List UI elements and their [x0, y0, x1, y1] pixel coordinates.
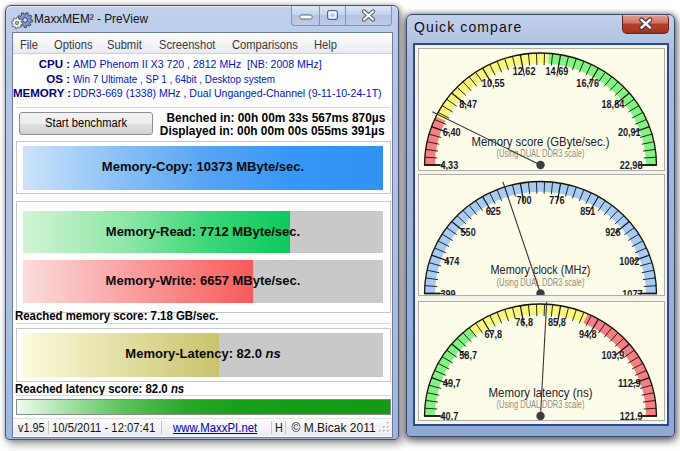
svg-text:Memory clock (MHz): Memory clock (MHz) [491, 262, 591, 277]
svg-text:12,62: 12,62 [513, 66, 536, 77]
svg-text:49,7: 49,7 [443, 378, 461, 389]
svg-text:20,91: 20,91 [618, 127, 641, 138]
svg-text:94,8: 94,8 [579, 328, 597, 339]
svg-text:18,84: 18,84 [601, 98, 624, 109]
svg-text:22,98: 22,98 [620, 160, 643, 171]
svg-text:4,33: 4,33 [441, 160, 459, 171]
svg-text:85,8: 85,8 [548, 317, 566, 328]
svg-text:14,69: 14,69 [546, 66, 569, 77]
svg-text:121,9: 121,9 [620, 411, 643, 421]
svg-text:1077: 1077 [622, 289, 643, 297]
svg-text:926: 926 [605, 227, 621, 238]
svg-text:(Using DUAL DDR3 scale): (Using DUAL DDR3 scale) [497, 277, 585, 288]
svg-text:550: 550 [461, 227, 477, 238]
svg-text:16,76: 16,76 [576, 77, 599, 88]
svg-text:700: 700 [517, 195, 533, 206]
svg-text:58,7: 58,7 [459, 349, 477, 360]
svg-text:40,7: 40,7 [441, 411, 459, 421]
svg-text:474: 474 [444, 256, 460, 267]
svg-text:112,9: 112,9 [618, 378, 641, 389]
svg-text:625: 625 [486, 206, 502, 217]
svg-text:851: 851 [580, 206, 596, 217]
svg-text:1002: 1002 [619, 256, 640, 267]
svg-text:67,8: 67,8 [484, 328, 502, 339]
svg-text:776: 776 [549, 195, 565, 206]
svg-text:6,40: 6,40 [443, 127, 461, 138]
svg-text:399: 399 [441, 289, 457, 297]
svg-text:8,47: 8,47 [459, 98, 477, 109]
svg-text:76,8: 76,8 [515, 317, 533, 328]
svg-text:Memory latency (ns): Memory latency (ns) [489, 384, 593, 399]
svg-text:10,55: 10,55 [482, 77, 505, 88]
svg-text:103,9: 103,9 [601, 349, 624, 360]
